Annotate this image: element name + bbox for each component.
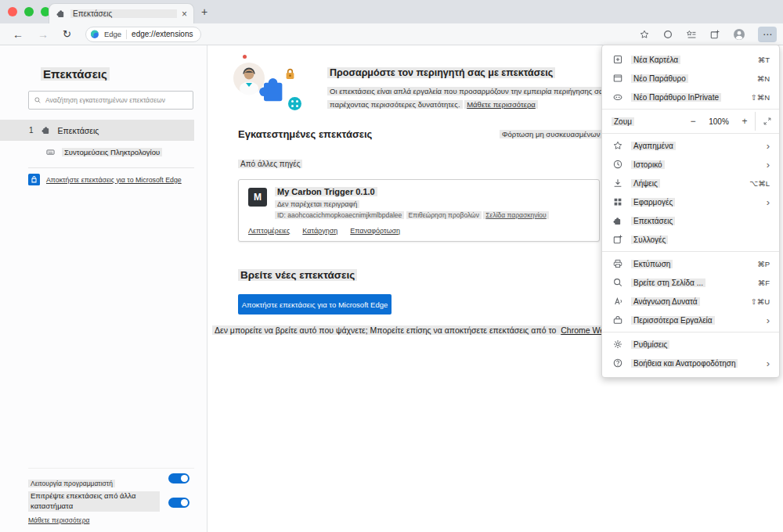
browser-tab[interactable]: Επεκτάσεις × bbox=[49, 3, 194, 23]
favorite-star-icon[interactable] bbox=[639, 29, 650, 40]
toggle-knob bbox=[181, 499, 188, 506]
menu-shortcut: ⇧⌘N bbox=[751, 93, 770, 102]
get-extensions-button[interactable]: Αποκτήστε επεκτάσεις για το Microsoft Ed… bbox=[238, 294, 392, 315]
chrome-store-line: Δεν μπορείτε να βρείτε αυτό που ψάχνετε;… bbox=[212, 325, 636, 335]
menu-item-print[interactable]: Εκτύπωση ⌘P bbox=[602, 254, 779, 273]
search-input[interactable] bbox=[45, 96, 188, 104]
menu-divider bbox=[602, 251, 779, 252]
zoom-out-button[interactable]: − bbox=[683, 116, 703, 127]
printer-icon bbox=[612, 258, 623, 269]
menu-item-find-on-page[interactable]: Βρείτε στη Σελίδα ... ⌘F bbox=[602, 273, 779, 292]
menu-item-new-inprivate-window[interactable]: Νέο Παράθυρο InPrivate ⇧⌘N bbox=[602, 88, 779, 106]
menu-item-label: Εφαρμογές bbox=[631, 198, 675, 207]
edge-logo-icon bbox=[90, 30, 99, 39]
extensions-puzzle-icon bbox=[612, 216, 623, 226]
zoom-label: Ζουμ bbox=[612, 117, 634, 126]
menu-item-label: Συλλογές bbox=[631, 235, 668, 244]
palette-icon bbox=[288, 97, 301, 110]
menu-item-label: Λήψεις bbox=[631, 179, 660, 188]
tab-close-icon[interactable]: × bbox=[182, 9, 187, 20]
menu-item-collections[interactable]: Συλλογές bbox=[602, 230, 779, 249]
chevron-right-icon: › bbox=[767, 315, 770, 325]
fullscreen-button[interactable] bbox=[756, 117, 779, 126]
title-bar: Επεκτάσεις × + bbox=[0, 0, 783, 23]
toolbar-circle-icon[interactable] bbox=[662, 29, 673, 40]
reload-link[interactable]: Επαναφόρτωση bbox=[350, 227, 400, 235]
learn-more-link[interactable]: Μάθετε περισσότερα bbox=[28, 516, 89, 524]
menu-item-settings[interactable]: Ρυθμίσεις bbox=[602, 335, 779, 354]
chevron-right-icon: › bbox=[767, 358, 770, 368]
find-magnifier-icon bbox=[612, 277, 623, 288]
new-tab-icon bbox=[612, 54, 623, 65]
puzzle-icon bbox=[41, 125, 51, 135]
collections-icon[interactable] bbox=[709, 29, 720, 40]
menu-item-new-window[interactable]: Νέο Παράθυρο ⌘N bbox=[602, 69, 779, 88]
menu-item-new-tab[interactable]: Νέα Καρτέλα ⌘T bbox=[602, 50, 779, 69]
menu-divider bbox=[602, 109, 779, 110]
favorites-bar-icon[interactable] bbox=[686, 29, 697, 40]
zoom-value: 100% bbox=[703, 117, 734, 126]
get-extensions-link-row[interactable]: Αποκτήστε επεκτάσεις για το Microsoft Ed… bbox=[28, 174, 196, 185]
new-tab-button[interactable]: + bbox=[201, 5, 207, 18]
url-text[interactable]: edge://extensions bbox=[132, 30, 193, 38]
menu-item-label: Αγαπημένα bbox=[631, 142, 676, 150]
allow-other-stores-label: Επιτρέψτε επεκτάσεις από άλλα καταστήματ… bbox=[28, 491, 160, 512]
extension-actions: Λεπτομέρειες Κατάργηση Επαναφόρτωση bbox=[248, 227, 400, 235]
menu-item-favorites[interactable]: Αγαπημένα › bbox=[602, 136, 779, 155]
settings-menu-button[interactable]: ⋯ bbox=[758, 27, 777, 42]
allow-other-stores-toggle[interactable] bbox=[168, 498, 189, 508]
menu-item-more-tools[interactable]: Περισσότερα Εργαλεία › bbox=[602, 311, 779, 329]
developer-mode-row: Λειτουργία προγραμματιστή bbox=[28, 468, 194, 489]
remove-link[interactable]: Κατάργηση bbox=[302, 227, 337, 235]
find-extensions-heading: Βρείτε νέες επεκτάσεις bbox=[238, 269, 357, 281]
browser-menu-dropdown: Νέα Καρτέλα ⌘T Νέο Παράθυρο ⌘N Νέο Παράθ… bbox=[601, 45, 780, 378]
menu-shortcut: ⌘N bbox=[757, 74, 770, 83]
developer-mode-toggle[interactable] bbox=[168, 473, 189, 483]
refresh-button[interactable]: ↻ bbox=[63, 28, 71, 40]
menu-item-read-aloud[interactable]: Ανάγνωση Δυνατά ⇧⌘U bbox=[602, 292, 779, 311]
menu-shortcut: ⇧⌘U bbox=[751, 297, 770, 306]
decorative-dot bbox=[243, 55, 247, 59]
browser-toolbar: ← → ↻ Edge edge://extensions ⋯ bbox=[0, 23, 783, 45]
sidebar-divider bbox=[28, 167, 194, 168]
toolbar-icons: ⋯ bbox=[639, 23, 777, 45]
menu-item-downloads[interactable]: Λήψεις ⌥⌘L bbox=[602, 174, 779, 192]
menu-item-apps[interactable]: Εφαρμογές › bbox=[602, 192, 779, 211]
chrome-store-text: Δεν μπορείτε να βρείτε αυτό που ψάχνετε;… bbox=[212, 325, 558, 335]
background-page-link[interactable]: Σελίδα παρασκηνίου bbox=[483, 211, 548, 219]
installed-extensions-heading: Εγκατεστημένες επεκτάσεις bbox=[238, 128, 372, 140]
extension-name: My Carbon Trigger 0.1.0 bbox=[275, 187, 377, 196]
close-window-button[interactable] bbox=[8, 7, 17, 16]
menu-item-label: Περισσότερα Εργαλεία bbox=[631, 316, 715, 325]
menu-item-history[interactable]: Ιστορικό › bbox=[602, 155, 779, 174]
sidebar-item-label: Συντομεύσεις Πληκτρολογίου bbox=[62, 148, 162, 156]
minimize-window-button[interactable] bbox=[24, 7, 34, 16]
menu-item-label: Βρείτε στη Σελίδα ... bbox=[631, 279, 705, 287]
menu-shortcut: ⌘T bbox=[758, 56, 770, 64]
learn-more-link[interactable]: Μάθετε περισσότερα bbox=[464, 100, 538, 109]
hero-description-line1: Οι επεκτάσεις είναι απλά εργαλεία που πρ… bbox=[327, 87, 612, 95]
get-extensions-link[interactable]: Αποκτήστε επεκτάσεις για το Microsoft Ed… bbox=[46, 176, 182, 184]
extension-card: M My Carbon Trigger 0.1.0 Δεν παρέχεται … bbox=[238, 179, 600, 242]
allow-other-stores-row: Επιτρέψτε επεκτάσεις από άλλα καταστήματ… bbox=[28, 491, 194, 526]
menu-shortcut: ⌘F bbox=[758, 279, 770, 287]
read-aloud-icon bbox=[612, 296, 623, 307]
sidebar-item-keyboard-shortcuts[interactable]: Συντομεύσεις Πληκτρολογίου bbox=[0, 142, 194, 162]
history-clock-icon bbox=[612, 159, 623, 170]
back-button[interactable]: ← bbox=[13, 28, 23, 41]
forward-button[interactable]: → bbox=[38, 28, 49, 41]
menu-item-label: Νέα Καρτέλα bbox=[631, 56, 680, 64]
menu-item-extensions[interactable]: Επεκτάσεις bbox=[602, 211, 779, 230]
address-bar[interactable]: Edge edge://extensions bbox=[85, 27, 202, 42]
menu-item-help-feedback[interactable]: Βοήθεια και Ανατροφοδότηση › bbox=[602, 354, 779, 372]
chevron-right-icon: › bbox=[767, 160, 770, 170]
tools-icon bbox=[612, 315, 623, 325]
extension-id: ID: aaohcoacichmopkoaecnimjkmlbpdalee bbox=[275, 211, 404, 219]
load-unpacked-button[interactable]: Φόρτωση μη συσκευασμένων bbox=[500, 130, 602, 138]
search-box[interactable] bbox=[28, 91, 193, 110]
profile-avatar[interactable] bbox=[733, 28, 745, 41]
sidebar-item-label: Επεκτάσεις bbox=[58, 126, 99, 135]
zoom-in-button[interactable]: + bbox=[734, 116, 755, 127]
sidebar-item-extensions[interactable]: 1 Επεκτάσεις bbox=[0, 120, 194, 141]
details-link[interactable]: Λεπτομέρειες bbox=[248, 227, 290, 235]
